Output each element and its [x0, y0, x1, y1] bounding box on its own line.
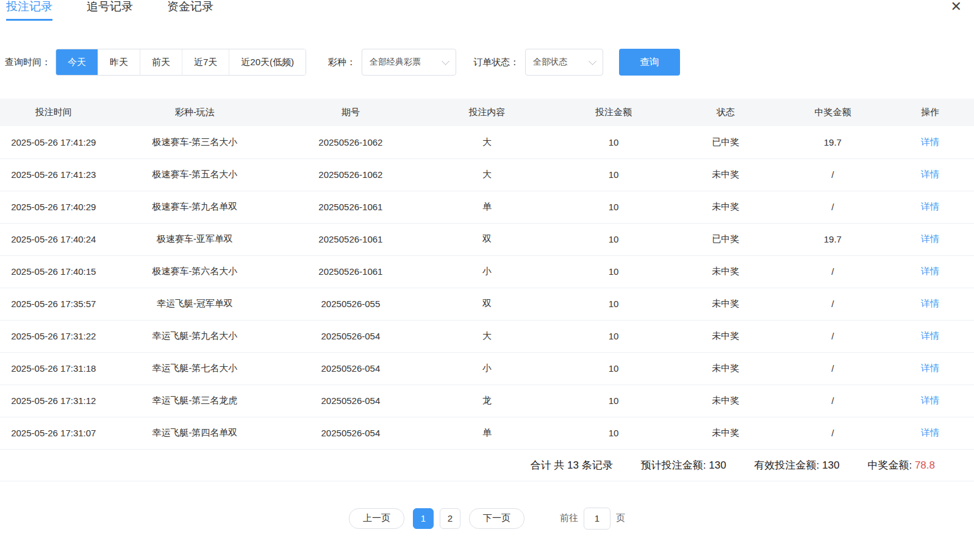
- summary-valid: 有效投注金额: 130: [754, 458, 840, 472]
- table-header: 投注时间 彩种-玩法 期号 投注内容 投注金额 状态 中奖金额 操作: [0, 99, 974, 126]
- tab-chase-records[interactable]: 追号记录: [87, 0, 133, 19]
- lottery-select[interactable]: 全部经典彩票: [362, 49, 456, 76]
- cell-bet-amount: 10: [555, 320, 672, 352]
- time-option-yesterday[interactable]: 昨天: [98, 49, 140, 75]
- header-bet-amount: 投注金额: [555, 99, 672, 126]
- page-button-2[interactable]: 2: [440, 508, 460, 529]
- close-icon[interactable]: ✕: [951, 0, 962, 13]
- time-option-20days[interactable]: 近20天(低频): [229, 49, 306, 75]
- cell-bet-content: 大: [419, 158, 556, 191]
- cell-game-play: 幸运飞艇-第九名大小: [107, 320, 282, 352]
- table-row: 2025-05-26 17:31:12 幸运飞艇-第三名龙虎 20250526-…: [0, 385, 974, 417]
- cell-bet-amount: 10: [555, 191, 672, 223]
- detail-link[interactable]: 详情: [921, 298, 939, 308]
- cell-issue: 20250526-1061: [282, 191, 419, 223]
- pagination: 上一页 1 2 下一页 前往 页: [0, 508, 974, 530]
- header-status: 状态: [672, 99, 779, 126]
- search-button[interactable]: 查询: [619, 49, 680, 76]
- cell-prize: /: [779, 158, 887, 191]
- chevron-down-icon: [589, 57, 596, 65]
- cell-issue: 20250526-1061: [282, 223, 419, 255]
- detail-link[interactable]: 详情: [921, 395, 939, 405]
- cell-prize: /: [779, 191, 887, 223]
- cell-bet-content: 大: [419, 126, 556, 158]
- header-action: 操作: [886, 99, 974, 126]
- cell-issue: 20250526-054: [282, 320, 419, 352]
- cell-bet-content: 小: [419, 255, 556, 288]
- bet-records-table: 投注时间 彩种-玩法 期号 投注内容 投注金额 状态 中奖金额 操作 2025-…: [0, 99, 974, 450]
- table-row: 2025-05-26 17:41:29 极速赛车-第三名大小 20250526-…: [0, 126, 974, 158]
- cell-issue: 20250526-1062: [282, 126, 419, 158]
- cell-status: 未中奖: [672, 320, 779, 352]
- goto-page-input[interactable]: [584, 508, 611, 530]
- cell-bet-amount: 10: [555, 385, 672, 417]
- cell-bet-amount: 10: [555, 417, 672, 449]
- header-issue: 期号: [282, 99, 419, 126]
- cell-game-play: 幸运飞艇-第四名单双: [107, 417, 282, 449]
- cell-prize: /: [779, 385, 887, 417]
- next-page-button[interactable]: 下一页: [469, 508, 525, 529]
- cell-issue: 20250526-055: [282, 288, 419, 320]
- cell-prize: /: [779, 255, 887, 288]
- cell-action: 详情: [886, 385, 974, 417]
- cell-status: 已中奖: [672, 126, 779, 158]
- detail-link[interactable]: 详情: [921, 330, 939, 341]
- order-status-select-value: 全部状态: [533, 57, 567, 68]
- cell-action: 详情: [886, 126, 974, 158]
- cell-game-play: 极速赛车-第五名大小: [107, 158, 282, 191]
- header-game-play: 彩种-玩法: [107, 99, 282, 126]
- time-filter-label: 查询时间：: [5, 57, 51, 68]
- summary-bar: 合计 共 13 条记录 预计投注金额: 130 有效投注金额: 130 中奖金额…: [0, 450, 974, 481]
- cell-issue: 20250526-1061: [282, 255, 419, 288]
- cell-action: 详情: [886, 352, 974, 385]
- cell-bet-amount: 10: [555, 126, 672, 158]
- cell-action: 详情: [886, 288, 974, 320]
- cell-bet-content: 双: [419, 288, 556, 320]
- cell-bet-time: 2025-05-26 17:31:18: [0, 352, 107, 385]
- detail-link[interactable]: 详情: [921, 233, 939, 244]
- tab-bet-records[interactable]: 投注记录: [6, 0, 52, 21]
- cell-bet-content: 双: [419, 223, 556, 255]
- tab-fund-records[interactable]: 资金记录: [167, 0, 213, 19]
- page-button-1[interactable]: 1: [413, 508, 434, 529]
- time-range-group: 今天 昨天 前天 近7天 近20天(低频): [56, 49, 306, 76]
- detail-link[interactable]: 详情: [921, 427, 939, 438]
- cell-prize: 19.7: [779, 223, 887, 255]
- cell-game-play: 幸运飞艇-第三名龙虎: [107, 385, 282, 417]
- detail-link[interactable]: 详情: [921, 169, 939, 179]
- table-row: 2025-05-26 17:31:07 幸运飞艇-第四名单双 20250526-…: [0, 417, 974, 449]
- cell-bet-time: 2025-05-26 17:40:29: [0, 191, 107, 223]
- chevron-down-icon: [442, 57, 449, 65]
- cell-issue: 20250526-054: [282, 385, 419, 417]
- order-status-filter-label: 订单状态：: [473, 57, 519, 68]
- detail-link[interactable]: 详情: [921, 136, 939, 147]
- header-bet-content: 投注内容: [419, 99, 556, 126]
- cell-bet-time: 2025-05-26 17:41:29: [0, 126, 107, 158]
- cell-status: 已中奖: [672, 223, 779, 255]
- summary-prize: 中奖金额: 78.8: [867, 458, 935, 472]
- order-status-select[interactable]: 全部状态: [525, 49, 603, 76]
- detail-link[interactable]: 详情: [921, 266, 939, 276]
- cell-game-play: 极速赛车-第六名大小: [107, 255, 282, 288]
- prev-page-button[interactable]: 上一页: [349, 508, 404, 529]
- cell-prize: /: [779, 352, 887, 385]
- cell-bet-time: 2025-05-26 17:31:22: [0, 320, 107, 352]
- cell-bet-content: 单: [419, 191, 556, 223]
- time-option-day-before[interactable]: 前天: [140, 49, 182, 75]
- cell-issue: 20250526-1062: [282, 158, 419, 191]
- cell-game-play: 极速赛车-第三名大小: [107, 126, 282, 158]
- table-row: 2025-05-26 17:40:15 极速赛车-第六名大小 20250526-…: [0, 255, 974, 288]
- detail-link[interactable]: 详情: [921, 201, 939, 211]
- cell-status: 未中奖: [672, 417, 779, 449]
- goto-page: 前往 页: [560, 508, 625, 530]
- cell-bet-amount: 10: [555, 223, 672, 255]
- cell-action: 详情: [886, 191, 974, 223]
- cell-prize: 19.7: [779, 126, 887, 158]
- time-option-7days[interactable]: 近7天: [182, 49, 229, 75]
- cell-bet-time: 2025-05-26 17:31:12: [0, 385, 107, 417]
- table-row: 2025-05-26 17:40:24 极速赛车-亚军单双 20250526-1…: [0, 223, 974, 255]
- time-option-today[interactable]: 今天: [56, 49, 98, 75]
- cell-prize: /: [779, 417, 887, 449]
- detail-link[interactable]: 详情: [921, 363, 939, 373]
- cell-status: 未中奖: [672, 191, 779, 223]
